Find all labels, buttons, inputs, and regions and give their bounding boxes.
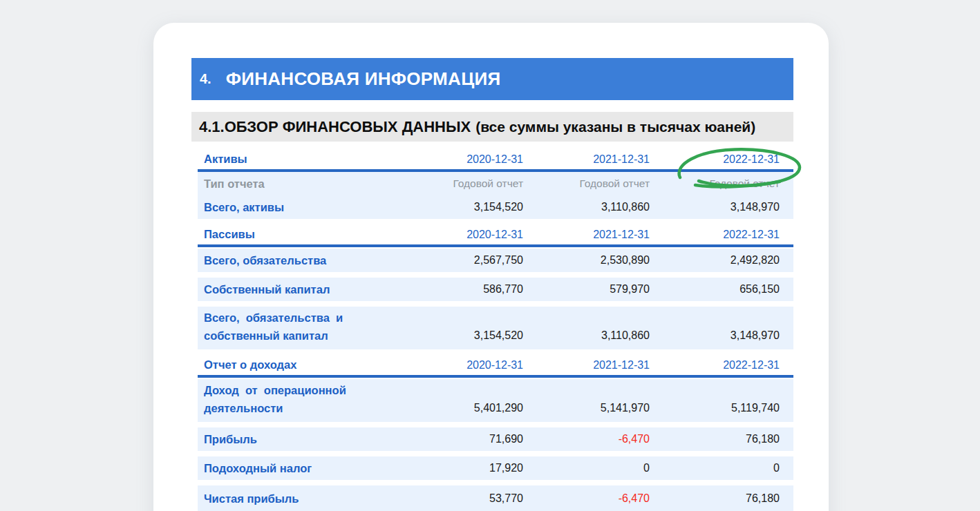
financial-table: Активы2020-12-312021-12-312022-12-31Тип … [198,144,793,511]
value-cell: 5,401,290 [397,399,523,417]
value-cell: 53,770 [397,490,523,508]
value-cell: 3,154,520 [397,198,523,216]
value-cell: 76,180 [650,430,780,448]
subsection-note: (все суммы указаны в тысячах юаней) [475,119,755,135]
value-cell: 0 [523,459,650,477]
row-label: Доход от операционной деятельности [198,381,397,417]
value-cell: 579,970 [523,280,650,298]
value-cell: 3,148,970 [650,327,780,345]
row-label: Подоходный налог [198,459,397,477]
table-row: Доход от операционной деятельности5,401,… [198,379,793,422]
value-cell: Годовой отчет [650,175,780,193]
value-cell: 3,148,970 [650,198,780,216]
table-section: Отчет о доходах2020-12-312021-12-312022-… [198,358,793,511]
row-label: Всего, обязательства и собственный капит… [198,309,397,345]
section-label: Пассивы [198,228,397,241]
value-cell: 17,920 [397,459,523,477]
date-cell: 2022-12-31 [650,359,780,372]
table-row: Всего, обязательства2,567,7502,530,8902,… [198,249,793,272]
document-content: 4. ФИНАНСОВАЯ ИНФОРМАЦИЯ 4.1. ОБЗОР ФИНА… [191,58,793,511]
date-cell: 2020-12-31 [397,359,523,372]
date-cell: 2022-12-31 [650,153,780,166]
row-label: Тип отчета [198,175,397,193]
row-label: Чистая прибыль [198,490,397,508]
section-number: 4. [200,71,211,87]
table-row: Тип отчетаГодовой отчетГодовой отчетГодо… [198,172,793,195]
date-cell: 2021-12-31 [523,359,650,372]
row-label: Всего, активы [198,198,397,216]
value-cell: 2,492,820 [650,251,780,269]
value-cell: 5,119,740 [650,399,780,417]
date-cell: 2021-12-31 [523,229,650,241]
date-cell: 2020-12-31 [397,153,523,166]
value-cell: 586,770 [397,280,523,298]
table-row: Чистая прибыль53,770-6,47076,180 [198,485,793,511]
value-cell: -6,470 [523,490,650,508]
row-label: Всего, обязательства [198,251,397,269]
table-row: Собственный капитал586,770579,970656,150 [198,278,793,301]
section-label: Активы [198,153,397,166]
value-cell: 656,150 [650,280,780,298]
value-cell: 3,110,860 [523,327,650,345]
section-title: ФИНАНСОВАЯ ИНФОРМАЦИЯ [226,68,501,90]
section-header-row: Отчет о доходах2020-12-312021-12-312022-… [198,358,793,378]
value-cell: 2,567,750 [397,251,523,269]
value-cell: 71,690 [397,430,523,448]
section-label: Отчет о доходах [198,358,397,372]
value-cell: 0 [650,459,780,477]
table-row: Всего, активы3,154,5203,110,8603,148,970 [198,195,793,219]
subsection-title: ОБЗОР ФИНАНСОВЫХ ДАННЫХ [225,118,471,136]
date-cell: 2020-12-31 [397,229,523,241]
value-cell: -6,470 [523,430,650,448]
row-label: Прибыль [198,430,397,448]
value-cell: 76,180 [650,490,780,508]
table-row: Прибыль71,690-6,47076,180 [198,427,793,451]
value-cell: 5,141,970 [523,399,650,417]
table-row: Всего, обязательства и собственный капит… [198,307,793,349]
row-label: Собственный капитал [198,280,397,298]
value-cell: 3,154,520 [397,327,523,345]
subsection-number: 4.1. [199,118,225,136]
section-banner: 4. ФИНАНСОВАЯ ИНФОРМАЦИЯ [191,58,793,100]
value-cell: Годовой отчет [397,175,523,193]
value-cell: Годовой отчет [523,175,650,193]
section-header-row: Активы2020-12-312021-12-312022-12-31 [198,144,793,172]
section-header-row: Пассивы2020-12-312021-12-312022-12-31 [198,228,793,247]
value-cell: 2,530,890 [523,251,650,269]
table-section: Активы2020-12-312021-12-312022-12-31Тип … [198,144,793,219]
date-cell: 2021-12-31 [523,153,650,166]
table-row: Подоходный налог17,92000 [198,456,793,480]
subsection-header: 4.1. ОБЗОР ФИНАНСОВЫХ ДАННЫХ (все суммы … [191,112,793,142]
date-cell: 2022-12-31 [650,229,780,241]
table-section: Пассивы2020-12-312021-12-312022-12-31Все… [198,228,793,349]
value-cell: 3,110,860 [523,198,650,216]
document-card: 4. ФИНАНСОВАЯ ИНФОРМАЦИЯ 4.1. ОБЗОР ФИНА… [153,23,829,511]
